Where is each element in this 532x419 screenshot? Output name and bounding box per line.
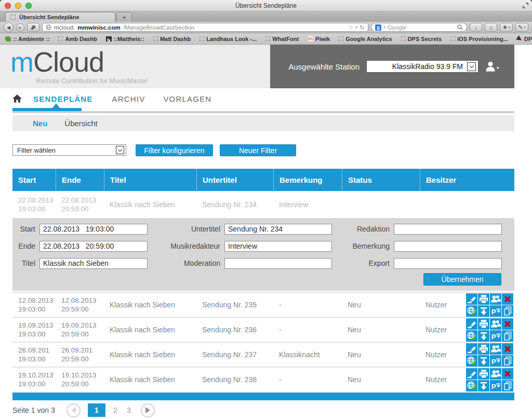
bookmark-item[interactable]: DPS Secrets (401, 36, 442, 42)
users-icon[interactable] (490, 368, 501, 380)
table-row[interactable]: 19.10.201319:03:00 19.10.201320:59:00 Kl… (12, 367, 514, 391)
column-bemerkung[interactable]: Bemerkung (273, 169, 342, 191)
search-engine-dropdown-icon[interactable]: ▾ (383, 25, 385, 30)
column-titel[interactable]: Titel (104, 169, 196, 191)
magnifier-icon[interactable] (457, 24, 463, 30)
column-ende[interactable]: Ende (56, 169, 104, 191)
home-icon[interactable] (12, 94, 22, 103)
ende-field[interactable] (39, 241, 148, 252)
export-field[interactable] (394, 258, 502, 269)
untertitel-field[interactable] (224, 224, 332, 235)
pdf-export-icon[interactable] (490, 380, 501, 391)
fullscreen-icon[interactable] (523, 3, 528, 8)
table-row[interactable]: 12.08.201319:03:00 12.08.201320:59:00 Kl… (12, 292, 514, 317)
page-button-2[interactable]: 2 (109, 406, 122, 414)
page-button-3[interactable]: 3 (122, 406, 136, 414)
edit-icon[interactable] (466, 368, 477, 380)
publish-globe-check-icon[interactable] (466, 330, 477, 342)
nav-archiv[interactable]: ARCHIV (112, 94, 145, 103)
nav-sendeplaene[interactable]: SENDEPLÄNE (33, 94, 93, 103)
bookmark-item[interactable]: ::Mattheis:: (106, 36, 144, 42)
pdf-export-icon[interactable] (490, 305, 501, 317)
filter-configure-button[interactable]: Filter konfigurieren (136, 144, 213, 156)
station-select[interactable]: KlassikRadio 93.9 FM (366, 60, 478, 73)
print-icon[interactable] (478, 293, 489, 305)
new-filter-button[interactable]: Neuer Filter (220, 144, 296, 156)
bookmark-item[interactable]: iOS Provisioning... (450, 36, 508, 42)
forward-button[interactable]: ▶ (16, 23, 24, 32)
print-icon[interactable] (478, 343, 489, 355)
url-bar[interactable]: mcloud.mmwinisc.com/ManageBroadCastSecti… (42, 23, 368, 32)
moderation-field[interactable] (224, 258, 332, 269)
close-window-button[interactable] (5, 3, 11, 9)
uebernehmen-button[interactable]: Übernehmen (423, 273, 501, 286)
tab-uebersicht-sendeplaene[interactable]: Übersicht Sendepläne (5, 12, 115, 22)
url-dropdown-icon[interactable]: ▾ (355, 25, 357, 30)
minimize-window-button[interactable] (15, 3, 21, 9)
print-icon[interactable] (478, 318, 489, 330)
subnav-uebersicht[interactable]: Übersicht (64, 119, 97, 128)
new-tab-button[interactable]: + (116, 12, 132, 22)
print-icon[interactable] (478, 368, 489, 380)
copy-icon[interactable] (502, 330, 513, 342)
home-button[interactable]: ⌂ (485, 23, 497, 32)
page-button-1[interactable]: 1 (88, 403, 105, 417)
redaktion-field[interactable] (394, 224, 502, 235)
bookmark-item[interactable]: :: Ambiente :: (5, 36, 49, 42)
bookmark-item[interactable]: Landhaus Look -... (200, 36, 257, 42)
bookmark-item[interactable]: Amb Dashb (58, 36, 97, 42)
share-button[interactable] (27, 23, 39, 32)
copy-icon[interactable] (502, 355, 513, 367)
table-row-editing[interactable]: 22.08.201319:03:00 22.08.201320:59:00 Kl… (12, 191, 514, 218)
bookmark-item[interactable]: WhatFont (265, 36, 299, 42)
bemerkung-field[interactable] (394, 241, 502, 252)
publish-globe-check-icon[interactable] (466, 305, 477, 317)
bookmark-item[interactable]: PiPiwik (308, 36, 330, 42)
subnav-neu[interactable]: Neu (33, 119, 47, 128)
reload-icon[interactable]: ↻ (360, 24, 365, 31)
search-input[interactable]: g ▾ Google (371, 23, 467, 32)
edit-icon[interactable] (466, 343, 477, 355)
edit-icon[interactable] (466, 293, 477, 305)
user-icon[interactable] (485, 61, 500, 72)
copy-icon[interactable] (502, 305, 513, 317)
column-start[interactable]: Start (12, 169, 56, 191)
publish-globe-check-icon[interactable] (466, 380, 477, 391)
start-field[interactable] (39, 224, 148, 235)
back-button[interactable]: ◀ (4, 22, 14, 32)
delete-icon[interactable] (502, 318, 513, 330)
edit-icon[interactable] (466, 318, 477, 330)
download-icon[interactable] (478, 305, 489, 317)
musikredakteur-field[interactable] (224, 241, 332, 252)
filter-select[interactable]: Filter wählen (12, 144, 126, 156)
delete-icon[interactable] (502, 368, 513, 380)
column-untertitel[interactable]: Untertitel (196, 169, 273, 191)
bookmark-item[interactable]: Matt Dashb (153, 36, 191, 42)
download-icon[interactable] (478, 355, 489, 367)
delete-icon[interactable] (502, 343, 513, 355)
nav-vorlagen[interactable]: VORLAGEN (163, 94, 211, 103)
downloads-button[interactable]: ↓ (470, 23, 482, 32)
bookmark-item[interactable]: Google Analytics (339, 36, 392, 42)
pdf-export-icon[interactable] (490, 330, 501, 342)
table-row[interactable]: 19.09.201319:03:00 19.09.201320:59:00 Kl… (12, 317, 514, 342)
zoom-window-button[interactable] (25, 3, 32, 9)
prev-page-button[interactable] (66, 403, 81, 417)
download-icon[interactable] (478, 380, 489, 391)
next-page-button[interactable] (141, 403, 155, 417)
publish-globe-check-icon[interactable] (466, 355, 477, 367)
bookmark-item[interactable]: DPS Dashboard (517, 36, 532, 42)
table-row[interactable]: 26.09.20119:03:00 26.09.20120:59:00 Klas… (12, 342, 514, 367)
titel-field[interactable] (39, 258, 148, 269)
delete-icon[interactable] (502, 293, 513, 305)
tools-button[interactable]: ✎▾ (515, 23, 528, 32)
column-besitzer[interactable]: Besitzer (420, 169, 466, 191)
users-icon[interactable] (490, 318, 501, 330)
users-icon[interactable] (490, 293, 501, 305)
users-icon[interactable] (490, 343, 501, 355)
bookmark-star-icon[interactable]: ☆ (348, 24, 354, 31)
copy-icon[interactable] (502, 380, 513, 391)
pdf-export-icon[interactable] (490, 355, 501, 367)
column-status[interactable]: Status (342, 169, 420, 191)
bookmarks-menu-button[interactable]: ★▾ (500, 23, 513, 32)
